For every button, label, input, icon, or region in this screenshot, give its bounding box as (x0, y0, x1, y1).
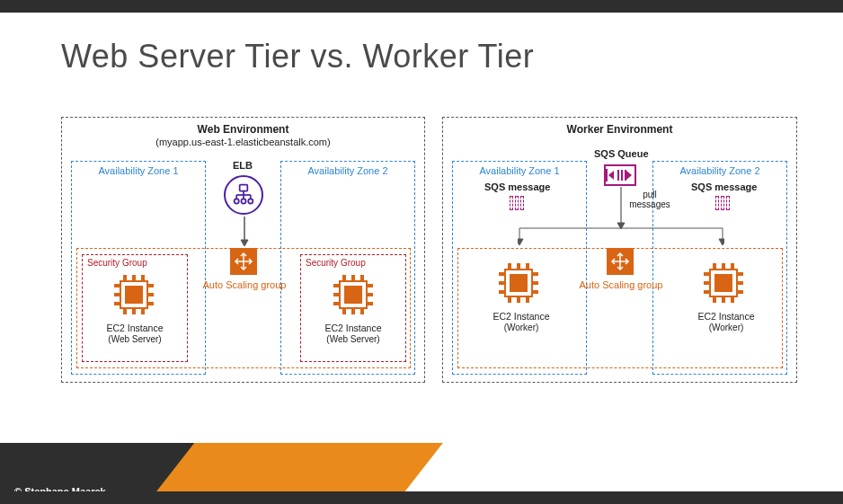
worker-asg-label: Auto Scaling group (572, 279, 670, 290)
sqs-message-icon (715, 196, 733, 210)
asg-icon (230, 248, 257, 275)
worker-env-title: Worker Environment (567, 123, 673, 136)
worker-ec2-2-label: EC2 Instance (Worker) (673, 311, 779, 332)
web-env-header: Web Environment (myapp.us-east-1.elastic… (62, 118, 424, 148)
web-sg1-label: Security Group (87, 258, 147, 268)
svg-marker-10 (241, 240, 248, 246)
svg-marker-20 (719, 239, 724, 245)
worker-ec2-1-label: EC2 Instance (Worker) (468, 311, 574, 332)
worker-az1-label: Availability Zone 1 (453, 165, 586, 176)
web-az1-label: Availability Zone 1 (72, 165, 205, 176)
sqs-message-icon (510, 196, 528, 210)
worker-env-header: Worker Environment (443, 118, 796, 136)
sqs-queue-icon (604, 164, 636, 186)
web-sg2-label: Security Group (306, 258, 366, 268)
pull-messages-label: pull messages (623, 190, 677, 209)
asg-icon (607, 248, 634, 275)
elb-icon (224, 175, 263, 215)
web-env-subtitle: (myapp.us-east-1.elasticbeanstalk.com) (155, 137, 330, 147)
page-title: Web Server Tier vs. Worker Tier (61, 38, 534, 75)
elb-label: ELB (233, 160, 253, 171)
arrow-elb-to-asg (239, 217, 250, 247)
svg-rect-0 (240, 185, 248, 191)
sqs-msg-left-label: SQS message (484, 181, 550, 192)
web-asg-label: Auto Scaling group (195, 279, 294, 290)
top-bar (0, 0, 843, 13)
svg-marker-17 (518, 239, 523, 245)
ec2-icon (114, 275, 154, 314)
bottom-bar (0, 491, 843, 504)
web-az2-label: Availability Zone 2 (281, 165, 414, 176)
ec2-icon (704, 263, 743, 303)
ec2-icon (333, 275, 373, 314)
web-environment-box: Web Environment (myapp.us-east-1.elastic… (61, 117, 425, 383)
footer-band (0, 443, 843, 491)
web-ec2-2-label: EC2 Instance (Web Server) (300, 323, 406, 344)
worker-environment-box: Worker Environment Availability Zone 1 A… (442, 117, 797, 383)
ec2-icon (499, 263, 538, 303)
sqs-msg-right-label: SQS message (691, 181, 757, 192)
arrow-fanout (518, 210, 724, 246)
svg-point-7 (241, 199, 245, 203)
worker-az2-label: Availability Zone 2 (653, 165, 786, 176)
svg-point-8 (248, 199, 253, 203)
svg-point-6 (235, 199, 239, 203)
web-env-title: Web Environment (198, 123, 289, 136)
web-ec2-1-label: EC2 Instance (Web Server) (82, 323, 188, 344)
sqs-queue-label: SQS Queue (594, 148, 649, 159)
